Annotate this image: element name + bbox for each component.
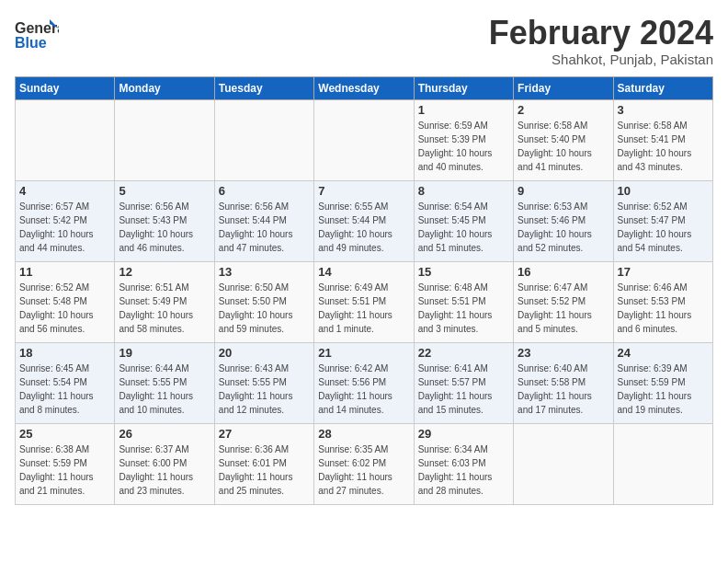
calendar-cell: 24Sunrise: 6:39 AM Sunset: 5:59 PM Dayli… [613,342,712,423]
calendar-cell: 3Sunrise: 6:58 AM Sunset: 5:41 PM Daylig… [613,99,712,180]
calendar-cell: 14Sunrise: 6:49 AM Sunset: 5:51 PM Dayli… [314,261,414,342]
column-header-sunday: Sunday [16,76,115,99]
calendar-cell: 18Sunrise: 6:45 AM Sunset: 5:54 PM Dayli… [16,342,115,423]
day-info: Sunrise: 6:45 AM Sunset: 5:54 PM Dayligh… [19,362,110,417]
day-number: 26 [119,427,210,441]
day-number: 7 [318,184,409,198]
location-subtitle: Shahkot, Punjab, Pakistan [489,52,713,67]
calendar-cell [314,99,414,180]
column-header-wednesday: Wednesday [314,76,414,99]
column-header-friday: Friday [514,76,613,99]
day-info: Sunrise: 6:40 AM Sunset: 5:58 PM Dayligh… [518,362,609,417]
day-info: Sunrise: 6:50 AM Sunset: 5:50 PM Dayligh… [219,281,310,336]
calendar-cell: 5Sunrise: 6:56 AM Sunset: 5:43 PM Daylig… [115,180,214,261]
calendar-cell: 20Sunrise: 6:43 AM Sunset: 5:55 PM Dayli… [214,342,313,423]
calendar-cell: 21Sunrise: 6:42 AM Sunset: 5:56 PM Dayli… [314,342,414,423]
day-info: Sunrise: 6:38 AM Sunset: 5:59 PM Dayligh… [19,442,110,498]
calendar-cell: 6Sunrise: 6:56 AM Sunset: 5:44 PM Daylig… [214,180,313,261]
day-number: 4 [19,184,110,198]
day-number: 28 [318,427,409,441]
day-number: 16 [518,265,609,279]
day-info: Sunrise: 6:56 AM Sunset: 5:44 PM Dayligh… [219,200,310,255]
day-number: 8 [418,184,509,198]
calendar-cell: 16Sunrise: 6:47 AM Sunset: 5:52 PM Dayli… [514,261,613,342]
day-info: Sunrise: 6:59 AM Sunset: 5:39 PM Dayligh… [418,119,509,174]
day-number: 3 [618,103,709,117]
calendar-cell [514,423,613,504]
calendar-cell [115,99,214,180]
day-number: 1 [418,103,509,117]
day-number: 24 [618,346,709,360]
day-info: Sunrise: 6:37 AM Sunset: 6:00 PM Dayligh… [119,442,210,498]
calendar-cell: 26Sunrise: 6:37 AM Sunset: 6:00 PM Dayli… [115,423,214,504]
week-row-3: 11Sunrise: 6:52 AM Sunset: 5:48 PM Dayli… [16,261,713,342]
day-number: 12 [119,265,210,279]
calendar-cell: 9Sunrise: 6:53 AM Sunset: 5:46 PM Daylig… [514,180,613,261]
day-info: Sunrise: 6:48 AM Sunset: 5:51 PM Dayligh… [418,281,509,336]
day-info: Sunrise: 6:52 AM Sunset: 5:47 PM Dayligh… [618,200,709,255]
day-number: 10 [618,184,709,198]
month-title: February 2024 [489,15,713,52]
day-info: Sunrise: 6:54 AM Sunset: 5:45 PM Dayligh… [418,200,509,255]
logo: General Blue [15,15,59,52]
day-info: Sunrise: 6:43 AM Sunset: 5:55 PM Dayligh… [219,362,310,417]
week-row-2: 4Sunrise: 6:57 AM Sunset: 5:42 PM Daylig… [16,180,713,261]
svg-text:Blue: Blue [15,35,47,51]
calendar-cell [613,423,712,504]
column-header-tuesday: Tuesday [214,76,313,99]
day-info: Sunrise: 6:53 AM Sunset: 5:46 PM Dayligh… [518,200,609,255]
day-info: Sunrise: 6:41 AM Sunset: 5:57 PM Dayligh… [418,362,509,417]
week-row-4: 18Sunrise: 6:45 AM Sunset: 5:54 PM Dayli… [16,342,713,423]
day-number: 20 [219,346,310,360]
day-number: 25 [19,427,110,441]
day-info: Sunrise: 6:51 AM Sunset: 5:49 PM Dayligh… [119,281,210,336]
day-info: Sunrise: 6:34 AM Sunset: 6:03 PM Dayligh… [418,442,509,498]
calendar-cell: 10Sunrise: 6:52 AM Sunset: 5:47 PM Dayli… [613,180,712,261]
calendar-cell: 12Sunrise: 6:51 AM Sunset: 5:49 PM Dayli… [115,261,214,342]
calendar-cell: 1Sunrise: 6:59 AM Sunset: 5:39 PM Daylig… [414,99,513,180]
calendar-cell: 4Sunrise: 6:57 AM Sunset: 5:42 PM Daylig… [16,180,115,261]
calendar-cell: 7Sunrise: 6:55 AM Sunset: 5:44 PM Daylig… [314,180,414,261]
calendar-cell [16,99,115,180]
day-info: Sunrise: 6:35 AM Sunset: 6:02 PM Dayligh… [318,442,409,498]
day-number: 9 [518,184,609,198]
day-info: Sunrise: 6:58 AM Sunset: 5:40 PM Dayligh… [518,119,609,174]
calendar-table: SundayMondayTuesdayWednesdayThursdayFrid… [15,76,713,505]
day-number: 23 [518,346,609,360]
week-row-5: 25Sunrise: 6:38 AM Sunset: 5:59 PM Dayli… [16,423,713,504]
calendar-header-row: SundayMondayTuesdayWednesdayThursdayFrid… [16,76,713,99]
calendar-cell: 19Sunrise: 6:44 AM Sunset: 5:55 PM Dayli… [115,342,214,423]
day-info: Sunrise: 6:49 AM Sunset: 5:51 PM Dayligh… [318,281,409,336]
day-number: 17 [618,265,709,279]
calendar-cell: 11Sunrise: 6:52 AM Sunset: 5:48 PM Dayli… [16,261,115,342]
calendar-cell: 29Sunrise: 6:34 AM Sunset: 6:03 PM Dayli… [414,423,513,504]
column-header-saturday: Saturday [613,76,712,99]
day-number: 19 [119,346,210,360]
page-header: General Blue February 2024 Shahkot, Punj… [15,15,713,67]
calendar-cell: 22Sunrise: 6:41 AM Sunset: 5:57 PM Dayli… [414,342,513,423]
calendar-cell: 27Sunrise: 6:36 AM Sunset: 6:01 PM Dayli… [214,423,313,504]
day-number: 21 [318,346,409,360]
column-header-thursday: Thursday [414,76,513,99]
day-number: 22 [418,346,509,360]
day-number: 29 [418,427,509,441]
day-info: Sunrise: 6:56 AM Sunset: 5:43 PM Dayligh… [119,200,210,255]
day-info: Sunrise: 6:42 AM Sunset: 5:56 PM Dayligh… [318,362,409,417]
day-number: 13 [219,265,310,279]
calendar-cell: 2Sunrise: 6:58 AM Sunset: 5:40 PM Daylig… [514,99,613,180]
calendar-body: 1Sunrise: 6:59 AM Sunset: 5:39 PM Daylig… [16,99,713,504]
calendar-cell: 17Sunrise: 6:46 AM Sunset: 5:53 PM Dayli… [613,261,712,342]
calendar-cell: 13Sunrise: 6:50 AM Sunset: 5:50 PM Dayli… [214,261,313,342]
day-info: Sunrise: 6:44 AM Sunset: 5:55 PM Dayligh… [119,362,210,417]
day-number: 27 [219,427,310,441]
calendar-cell: 25Sunrise: 6:38 AM Sunset: 5:59 PM Dayli… [16,423,115,504]
day-info: Sunrise: 6:47 AM Sunset: 5:52 PM Dayligh… [518,281,609,336]
calendar-cell [214,99,313,180]
calendar-cell: 8Sunrise: 6:54 AM Sunset: 5:45 PM Daylig… [414,180,513,261]
day-info: Sunrise: 6:58 AM Sunset: 5:41 PM Dayligh… [618,119,709,174]
day-info: Sunrise: 6:46 AM Sunset: 5:53 PM Dayligh… [618,281,709,336]
day-info: Sunrise: 6:36 AM Sunset: 6:01 PM Dayligh… [219,442,310,498]
calendar-cell: 23Sunrise: 6:40 AM Sunset: 5:58 PM Dayli… [514,342,613,423]
logo-icon: General Blue [15,15,59,52]
day-number: 11 [19,265,110,279]
